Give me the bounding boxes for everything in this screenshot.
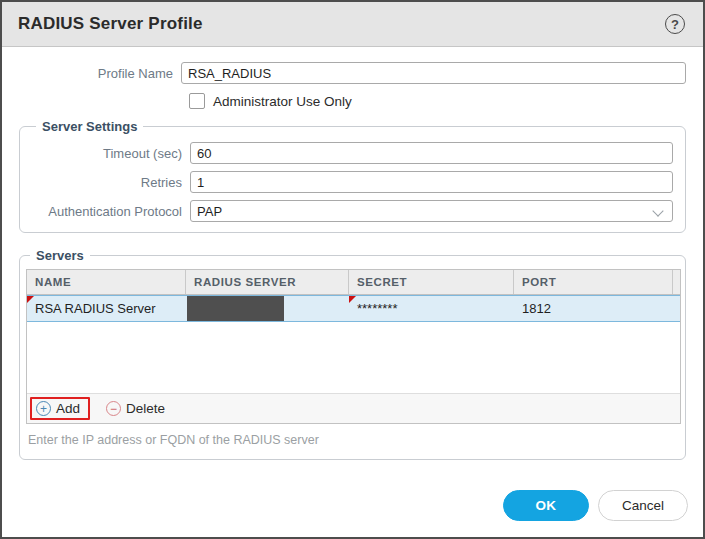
server-settings-legend: Server Settings (36, 119, 143, 134)
retries-input[interactable] (190, 171, 673, 193)
servers-legend: Servers (30, 248, 90, 263)
scrollbar-gutter (673, 270, 680, 294)
add-button[interactable]: + Add (30, 397, 90, 420)
table-toolbar: + Add − Delete (27, 393, 680, 423)
profile-name-row: Profile Name (19, 62, 686, 84)
servers-table-header: NAME RADIUS SERVER SECRET PORT (27, 270, 680, 295)
delete-button-label: Delete (126, 401, 165, 416)
column-header-radius-server[interactable]: RADIUS SERVER (186, 270, 349, 294)
modified-corner-icon (27, 296, 34, 303)
dialog-body: Profile Name Administrator Use Only Serv… (2, 47, 703, 460)
add-button-label: Add (56, 401, 80, 416)
help-icon[interactable]: ? (665, 14, 685, 34)
auth-protocol-value[interactable] (190, 200, 673, 222)
admin-only-row: Administrator Use Only (189, 93, 686, 109)
table-row-rsa-radius-server[interactable]: RSA RADIUS Server ******** 1812 (27, 295, 680, 322)
dialog-footer: OK Cancel (503, 490, 688, 521)
server-settings-fieldset: Server Settings Timeout (sec) Retries Au… (19, 119, 686, 233)
timeout-input[interactable] (190, 142, 673, 164)
dialog-title: RADIUS Server Profile (18, 14, 203, 34)
servers-fieldset: Servers NAME RADIUS SERVER SECRET PORT R… (19, 248, 686, 460)
timeout-label: Timeout (sec) (32, 146, 190, 161)
retries-label: Retries (32, 175, 190, 190)
timeout-row: Timeout (sec) (32, 142, 673, 164)
column-header-name[interactable]: NAME (27, 270, 186, 294)
delete-button[interactable]: − Delete (100, 399, 171, 418)
cell-secret[interactable]: ******** (349, 296, 514, 321)
profile-name-input[interactable] (181, 62, 686, 84)
auth-protocol-dropdown[interactable] (190, 200, 673, 222)
dialog-titlebar: RADIUS Server Profile ? (2, 2, 703, 47)
add-icon: + (36, 401, 51, 416)
servers-table: NAME RADIUS SERVER SECRET PORT RSA RADIU… (26, 269, 681, 424)
column-header-port[interactable]: PORT (514, 270, 673, 294)
table-empty-area (27, 322, 680, 393)
delete-icon: − (106, 401, 121, 416)
auth-protocol-row: Authentication Protocol (32, 200, 673, 222)
radius-server-hint-text: Enter the IP address or FQDN of the RADI… (28, 433, 681, 447)
cancel-button[interactable]: Cancel (598, 490, 688, 521)
cell-radius-server[interactable] (186, 296, 349, 321)
administrator-use-only-label: Administrator Use Only (213, 94, 352, 109)
ok-button[interactable]: OK (503, 490, 589, 521)
cell-name[interactable]: RSA RADIUS Server (27, 296, 186, 321)
cell-port[interactable]: 1812 (514, 296, 680, 321)
modified-corner-icon (349, 296, 356, 303)
profile-name-label: Profile Name (19, 66, 181, 81)
auth-protocol-label: Authentication Protocol (32, 204, 190, 219)
column-header-secret[interactable]: SECRET (349, 270, 514, 294)
redaction-box (187, 296, 284, 321)
administrator-use-only-checkbox[interactable] (189, 93, 205, 109)
retries-row: Retries (32, 171, 673, 193)
radius-server-profile-dialog: RADIUS Server Profile ? Profile Name Adm… (0, 0, 705, 539)
